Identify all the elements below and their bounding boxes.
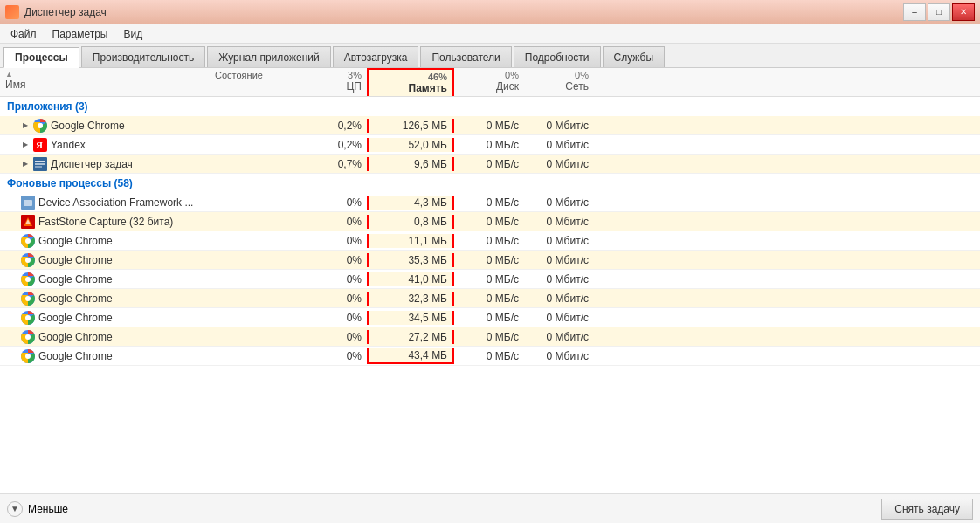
proc-network-cell: 0 Мбит/с bbox=[524, 311, 594, 325]
svg-rect-6 bbox=[35, 161, 45, 162]
proc-cpu-cell: 0% bbox=[297, 330, 367, 344]
proc-cpu-cell: 0% bbox=[297, 215, 367, 229]
table-row[interactable]: Google Chrome 0% 32,3 МБ 0 МБ/с 0 Мбит/с bbox=[0, 289, 980, 308]
table-row[interactable]: Google Chrome 0% 11,1 МБ 0 МБ/с 0 Мбит/с bbox=[0, 231, 980, 251]
close-button[interactable]: ✕ bbox=[952, 3, 975, 21]
proc-network-cell: 0 Мбит/с bbox=[524, 138, 594, 152]
proc-disk-cell: 0 МБ/с bbox=[454, 292, 524, 306]
col-disk-header[interactable]: 0% Диск bbox=[454, 68, 524, 96]
proc-name-label: Device Association Framework ... bbox=[38, 196, 193, 209]
table-row[interactable]: Google Chrome 0% 43,4 МБ 0 МБ/с 0 Мбит/с bbox=[0, 347, 980, 366]
proc-memory-cell: 32,3 МБ bbox=[367, 292, 454, 306]
proc-name-cell: Google Chrome bbox=[0, 252, 210, 268]
proc-name-label: Google Chrome bbox=[38, 292, 113, 305]
col-scrollbar-spacer bbox=[594, 68, 611, 96]
proc-name-label: Google Chrome bbox=[38, 350, 113, 362]
proc-name-label: Google Chrome bbox=[38, 312, 113, 324]
proc-name-cell: Google Chrome bbox=[0, 348, 210, 364]
proc-network-cell: 0 Мбит/с bbox=[524, 253, 594, 267]
proc-disk-cell: 0 МБ/с bbox=[454, 253, 524, 267]
proc-network-cell: 0 Мбит/с bbox=[524, 349, 594, 363]
yandex-icon: Я bbox=[33, 138, 47, 152]
proc-name-label: FastStone Capture (32 бита) bbox=[38, 216, 173, 228]
svg-point-17 bbox=[25, 258, 31, 263]
tab-details[interactable]: Подробности bbox=[514, 46, 601, 67]
proc-network-cell: 0 Мбит/с bbox=[524, 330, 594, 344]
proc-cpu-cell: 0,2% bbox=[297, 138, 367, 152]
svg-point-15 bbox=[25, 238, 31, 244]
proc-state-cell bbox=[210, 163, 297, 165]
proc-memory-cell: 9,6 МБ bbox=[367, 157, 454, 171]
proc-network-cell: 0 Мбит/с bbox=[524, 292, 594, 306]
minimize-button[interactable]: – bbox=[903, 3, 926, 21]
proc-disk-cell: 0 МБ/с bbox=[454, 272, 524, 286]
chrome-icon bbox=[33, 119, 47, 133]
tab-users[interactable]: Пользователи bbox=[420, 46, 511, 67]
proc-network-cell: 0 Мбит/с bbox=[524, 272, 594, 286]
proc-cpu-cell: 0% bbox=[297, 349, 367, 363]
device-icon bbox=[21, 196, 35, 210]
table-row[interactable]: Google Chrome 0% 34,5 МБ 0 МБ/с 0 Мбит/с bbox=[0, 308, 980, 327]
expand-arrow-icon[interactable]: ▶ bbox=[21, 121, 30, 130]
proc-name-cell: FastStone Capture (32 бита) bbox=[0, 214, 210, 230]
proc-name-label: Диспетчер задач bbox=[51, 158, 133, 170]
tab-app-history[interactable]: Журнал приложений bbox=[207, 46, 330, 67]
table-row[interactable]: Google Chrome 0% 41,0 МБ 0 МБ/с 0 Мбит/с bbox=[0, 270, 980, 289]
col-state-header[interactable]: Состояние bbox=[210, 68, 297, 96]
taskmgr-icon bbox=[33, 157, 47, 171]
chrome-icon bbox=[21, 349, 35, 363]
table-row[interactable]: ▶ Я Yandex 0,2% 52,0 МБ 0 МБ/с 0 Мбит/с bbox=[0, 135, 980, 155]
table-row[interactable]: ▶ Google Chrome 0,2% 126,5 МБ 0 МБ/с 0 М… bbox=[0, 116, 980, 135]
expand-arrow-icon[interactable]: ▶ bbox=[21, 160, 30, 169]
col-memory-header[interactable]: 46% Память bbox=[367, 68, 454, 96]
table-row[interactable]: ▶ Диспетчер задач 0,7% 9,6 МБ 0 МБ/с 0 М… bbox=[0, 155, 980, 174]
tab-services[interactable]: Службы bbox=[603, 46, 665, 67]
proc-memory-cell: 11,1 МБ bbox=[367, 234, 454, 248]
proc-disk-cell: 0 МБ/с bbox=[454, 157, 524, 171]
column-headers: ▲ Имя Состояние 3% ЦП 46% Память 0% Диск… bbox=[0, 68, 980, 97]
proc-memory-cell: 0,8 МБ bbox=[367, 215, 454, 229]
proc-memory-cell: 126,5 МБ bbox=[367, 119, 454, 133]
table-row[interactable]: FastStone Capture (32 бита) 0% 0,8 МБ 0 … bbox=[0, 212, 980, 231]
tab-processes[interactable]: Процессы bbox=[3, 47, 79, 68]
table-row[interactable]: Device Association Framework ... 0% 4,3 … bbox=[0, 193, 980, 212]
tab-performance[interactable]: Производительность bbox=[81, 46, 205, 67]
proc-memory-cell: 4,3 МБ bbox=[367, 196, 454, 210]
menu-view[interactable]: Вид bbox=[116, 26, 149, 42]
tab-startup[interactable]: Автозагрузка bbox=[333, 46, 419, 67]
proc-memory-cell: 34,5 МБ bbox=[367, 311, 454, 325]
proc-cpu-cell: 0% bbox=[297, 292, 367, 306]
menu-file[interactable]: Файл bbox=[3, 26, 44, 42]
proc-name-cell: Device Association Framework ... bbox=[0, 195, 210, 210]
table-row[interactable]: Google Chrome 0% 35,3 МБ 0 МБ/с 0 Мбит/с bbox=[0, 251, 980, 270]
proc-name-cell: Google Chrome bbox=[0, 233, 210, 249]
proc-name-cell: ▶ Я Yandex bbox=[0, 137, 210, 153]
proc-network-cell: 0 Мбит/с bbox=[524, 196, 594, 210]
menu-options[interactable]: Параметры bbox=[45, 26, 115, 42]
svg-rect-7 bbox=[35, 163, 45, 165]
svg-point-19 bbox=[25, 277, 31, 282]
col-network-header[interactable]: 0% Сеть bbox=[524, 68, 594, 96]
proc-state-cell bbox=[210, 144, 297, 146]
app-icon bbox=[5, 5, 19, 19]
svg-point-23 bbox=[25, 315, 31, 320]
table-row[interactable]: Google Chrome 0% 27,2 МБ 0 МБ/с 0 Мбит/с bbox=[0, 327, 980, 347]
col-name-header[interactable]: ▲ Имя bbox=[0, 68, 210, 96]
proc-disk-cell: 0 МБ/с bbox=[454, 349, 524, 363]
bottom-bar: ▼ Меньше Снять задачу bbox=[0, 493, 980, 523]
section-apps-header: Приложения (3) bbox=[0, 97, 980, 116]
proc-cpu-cell: 0% bbox=[297, 234, 367, 248]
proc-name-label: Yandex bbox=[51, 139, 86, 151]
proc-name-label: Google Chrome bbox=[51, 120, 125, 132]
table-scroll[interactable]: Приложения (3) ▶ Google Chrome 0,2% 126,… bbox=[0, 97, 980, 493]
col-cpu-header[interactable]: 3% ЦП bbox=[297, 68, 367, 96]
proc-cpu-cell: 0% bbox=[297, 272, 367, 286]
proc-cpu-cell: 0% bbox=[297, 196, 367, 210]
maximize-button[interactable]: □ bbox=[928, 3, 950, 21]
less-button[interactable]: ▼ Меньше bbox=[7, 501, 68, 517]
end-task-button[interactable]: Снять задачу bbox=[881, 499, 973, 520]
proc-network-cell: 0 Мбит/с bbox=[524, 157, 594, 171]
collapse-arrow-icon: ▼ bbox=[7, 501, 23, 517]
expand-arrow-icon[interactable]: ▶ bbox=[21, 141, 30, 149]
proc-memory-cell: 43,4 МБ bbox=[367, 348, 454, 364]
